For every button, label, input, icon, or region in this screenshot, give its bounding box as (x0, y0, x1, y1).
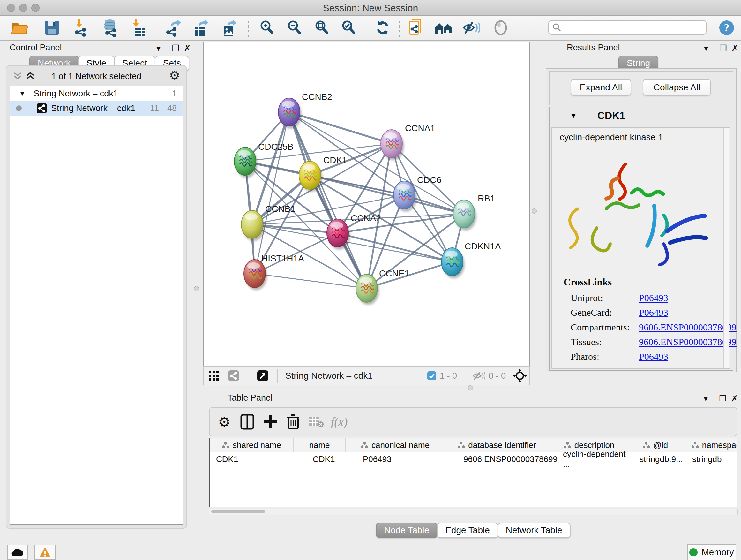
network-node-CDC25B[interactable]: CDC25B (234, 142, 293, 178)
network-options-gear-icon[interactable]: ⚙ (169, 68, 180, 82)
network-node-CCNA1[interactable]: CCNA1 (381, 123, 435, 160)
network-selection-status: 1 of 1 Network selected (6, 71, 186, 81)
hierarchy-icon (222, 442, 229, 449)
table-hscrollbar[interactable] (209, 509, 738, 515)
panel-menu-icon[interactable]: ▾ (156, 44, 160, 53)
table-row[interactable]: CDK1 CDK1 P06493 9606.ENSP00000378699 cy… (210, 452, 737, 466)
results-scrollbar[interactable] (724, 128, 729, 368)
column-header[interactable]: database identifier (445, 438, 549, 452)
column-header[interactable]: @id (629, 438, 681, 452)
network-node-CCNE1[interactable]: CCNE1 (356, 268, 409, 305)
gene-expander-icon[interactable]: ▼ (570, 112, 577, 120)
save-session-button[interactable] (42, 17, 63, 38)
status-bar: Memory (0, 543, 741, 560)
toolbar-divider (367, 19, 368, 37)
import-network-button[interactable] (71, 17, 92, 38)
crosslink-uniprot[interactable]: P06493 (639, 293, 668, 303)
show-graphics-button[interactable] (490, 17, 511, 38)
hide-glass-button[interactable] (461, 17, 482, 38)
search-field[interactable] (548, 20, 706, 35)
cloud-status-button[interactable] (7, 545, 28, 560)
table-hscrollbar-thumb[interactable] (211, 509, 265, 513)
search-input[interactable] (562, 22, 706, 33)
table-settings-gear-icon[interactable]: ⚙ (213, 414, 236, 430)
cell-namespace[interactable]: stringdb (681, 452, 737, 466)
zoom-in-button[interactable] (257, 17, 278, 38)
zoom-fit-button[interactable] (312, 17, 333, 38)
cell-id[interactable]: stringdb:9... (629, 452, 681, 466)
selected-checkbox-icon[interactable] (427, 371, 436, 381)
crosslink-compartments[interactable]: 9606.ENSP00000378699 (639, 322, 737, 333)
tab-network-table[interactable]: Network Table (497, 523, 570, 538)
cell-description[interactable]: cyclin-dependent ... (549, 452, 629, 466)
function-builder-button[interactable]: f(x) (328, 415, 351, 429)
left-splitter-handle[interactable] (194, 286, 199, 291)
memory-button[interactable]: Memory (687, 544, 736, 560)
refresh-button[interactable] (372, 17, 393, 38)
home-button[interactable] (433, 17, 455, 38)
crosslink-tissues[interactable]: 9606.ENSP00000378699 (639, 336, 737, 348)
string-network-graph[interactable]: CCNB2CCNA1CDC25BCDK1CDC6RB1CCNB1CCNA2CDK… (204, 42, 529, 366)
tab-node-table[interactable]: Node Table (376, 523, 437, 538)
cell-name[interactable]: CDK1 (293, 452, 346, 466)
import-table-button[interactable] (128, 17, 149, 38)
collapse-all-button[interactable]: Collapse All (643, 79, 711, 96)
panel-close-icon[interactable]: ✗ (731, 394, 738, 403)
export-network-button[interactable] (163, 17, 184, 38)
column-header[interactable]: shared name (210, 438, 293, 452)
import-network-from-database-button[interactable] (99, 17, 121, 38)
help-button[interactable]: ? (716, 17, 737, 38)
fit-selected-crosshair-icon[interactable] (513, 369, 527, 383)
birdseye-view-button[interactable] (253, 370, 273, 381)
string-document-button[interactable] (406, 17, 427, 38)
crosslink-pharos[interactable]: P06493 (639, 351, 668, 362)
open-session-button[interactable] (10, 17, 30, 38)
grid-view-button[interactable] (204, 370, 224, 381)
tab-edge-table[interactable]: Edge Table (437, 523, 498, 538)
network-node-CDKN1A[interactable]: CDKN1A (441, 241, 501, 278)
zoom-selected-button[interactable] (338, 17, 359, 38)
divider (277, 369, 278, 383)
hidden-eye-icon[interactable] (473, 371, 485, 381)
network-node-HIST1H1A[interactable]: HIST1H1A (244, 253, 304, 290)
title-bar: Session: New Session (0, 0, 741, 16)
expand-all-button[interactable]: Expand All (570, 79, 631, 96)
selected-node-edge-counts: 1 - 0 (440, 371, 457, 381)
network-row[interactable]: String Network – cdk1 11 48 (10, 101, 183, 116)
delete-column-button[interactable] (282, 414, 305, 430)
column-header[interactable]: canonical name (346, 438, 445, 452)
add-column-button[interactable] (259, 415, 282, 429)
panel-float-icon[interactable]: ❐ (172, 44, 179, 53)
delete-table-button[interactable] (305, 416, 328, 428)
column-header[interactable]: namespace (681, 438, 737, 452)
app-window: Session: New Session (0, 0, 741, 560)
node-label-CCNA1: CCNA1 (405, 123, 435, 133)
cell-canonical-name[interactable]: P06493 (346, 452, 445, 466)
network-collection-row[interactable]: ▼ String Network – cdk1 1 (10, 86, 183, 101)
column-header[interactable]: name (293, 438, 346, 452)
crosslink-genecard[interactable]: P06493 (639, 307, 668, 318)
export-table-button[interactable] (190, 17, 211, 38)
node-label-CCNB2: CCNB2 (302, 92, 332, 102)
panel-menu-icon[interactable]: ▾ (704, 394, 708, 403)
panel-float-icon[interactable]: ❐ (719, 44, 727, 53)
panel-close-icon[interactable]: ✗ (731, 44, 738, 53)
panel-close-icon[interactable]: ✗ (184, 44, 191, 53)
network-style-button[interactable] (224, 370, 243, 381)
zoom-out-button[interactable] (284, 17, 305, 38)
cell-database-identifier[interactable]: 9606.ENSP00000378699 (445, 452, 549, 466)
network-node-CCNA2[interactable]: CCNA2 (327, 213, 381, 250)
warnings-button[interactable] (35, 545, 56, 560)
node-label-CDKN1A: CDKN1A (465, 241, 501, 251)
show-columns-button[interactable] (236, 414, 259, 430)
panel-menu-icon[interactable]: ▾ (704, 44, 708, 53)
network-canvas[interactable]: CCNB2CCNA1CDC25BCDK1CDC6RB1CCNB1CCNA2CDK… (203, 42, 530, 366)
cell-shared-name[interactable]: CDK1 (210, 452, 293, 466)
panel-float-icon[interactable]: ❐ (719, 394, 726, 403)
export-image-button[interactable] (218, 17, 239, 38)
collection-expander-icon[interactable]: ▼ (19, 90, 25, 98)
right-splitter-handle[interactable] (532, 208, 537, 213)
crosslink-label: Uniprot: (570, 293, 603, 303)
bottom-splitter-handle[interactable] (468, 385, 473, 390)
network-node-RB1[interactable]: RB1 (453, 193, 495, 231)
